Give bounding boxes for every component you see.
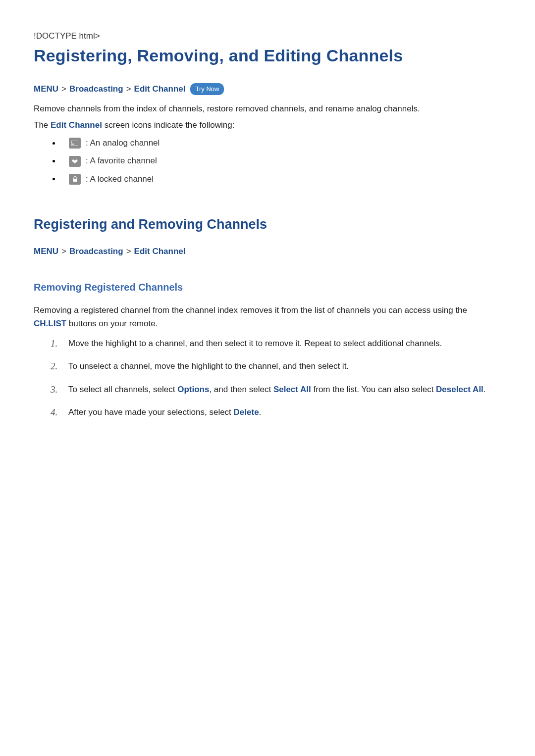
term-edit-channel: Edit Channel bbox=[51, 120, 102, 130]
text: Removing a registered channel from the c… bbox=[34, 305, 467, 315]
locked-channel-icon bbox=[69, 174, 81, 185]
term-options: Options bbox=[177, 385, 209, 394]
text: The bbox=[34, 120, 51, 130]
breadcrumb-menu: MENU bbox=[34, 245, 58, 258]
bullet-icon bbox=[53, 160, 55, 162]
intro-paragraph-2: The Edit Channel screen icons indicate t… bbox=[34, 119, 501, 132]
breadcrumb-edit-channel: Edit Channel bbox=[134, 245, 186, 258]
breadcrumb-broadcasting: Broadcasting bbox=[69, 83, 123, 96]
try-now-button[interactable]: Try Now bbox=[190, 83, 224, 95]
chevron-right-icon: > bbox=[61, 245, 66, 258]
step-item: Move the highlight to a channel, and the… bbox=[51, 337, 501, 350]
analog-channel-icon bbox=[69, 138, 81, 149]
breadcrumb-secondary: MENU > Broadcasting > Edit Channel bbox=[34, 245, 501, 258]
step-item: After you have made your selections, sel… bbox=[51, 406, 501, 419]
favorite-channel-icon bbox=[69, 156, 81, 167]
chevron-right-icon: > bbox=[126, 83, 131, 96]
term-chlist: CH.LIST bbox=[34, 319, 66, 328]
svg-rect-1 bbox=[72, 144, 74, 145]
term-select-all: Select All bbox=[273, 385, 311, 394]
list-item: : An analog channel bbox=[53, 137, 501, 150]
breadcrumb-menu: MENU bbox=[34, 83, 58, 96]
steps-list: Move the highlight to a channel, and the… bbox=[51, 337, 501, 419]
list-item: : A locked channel bbox=[53, 173, 501, 186]
breadcrumb-edit-channel: Edit Channel bbox=[134, 83, 186, 96]
text: After you have made your selections, sel… bbox=[68, 407, 234, 417]
intro-paragraph-1: Remove channels from the index of channe… bbox=[34, 102, 501, 115]
icon-label: : A locked channel bbox=[86, 173, 154, 186]
icon-label: : An analog channel bbox=[86, 137, 160, 150]
bullet-icon bbox=[53, 142, 55, 145]
step-item: To unselect a channel, move the highligh… bbox=[51, 360, 501, 373]
icon-label: : A favorite channel bbox=[86, 154, 157, 167]
subsection-heading-removing: Removing Registered Channels bbox=[34, 280, 501, 295]
icon-legend-list: : An analog channel : A favorite channel… bbox=[53, 137, 501, 186]
removing-paragraph: Removing a registered channel from the c… bbox=[34, 304, 501, 330]
svg-rect-2 bbox=[73, 179, 77, 182]
list-item: : A favorite channel bbox=[53, 154, 501, 167]
breadcrumb-broadcasting: Broadcasting bbox=[69, 245, 123, 258]
text: . bbox=[259, 407, 262, 417]
breadcrumb-primary: MENU > Broadcasting > Edit Channel Try N… bbox=[34, 83, 501, 96]
text: . bbox=[483, 385, 486, 394]
chevron-right-icon: > bbox=[126, 245, 131, 258]
bullet-icon bbox=[53, 178, 55, 180]
text: screen icons indicate the following: bbox=[102, 120, 234, 130]
text: from the list. You can also select bbox=[311, 385, 436, 394]
step-item: To select all channels, select Options, … bbox=[51, 383, 501, 396]
svg-rect-0 bbox=[71, 141, 78, 146]
text: buttons on your remote. bbox=[66, 319, 158, 328]
text: To select all channels, select bbox=[68, 385, 177, 394]
page-title: Registering, Removing, and Editing Chann… bbox=[34, 43, 501, 69]
term-deselect-all: Deselect All bbox=[436, 385, 483, 394]
chevron-right-icon: > bbox=[61, 83, 66, 96]
section-heading-registering: Registering and Removing Channels bbox=[34, 214, 501, 235]
term-delete: Delete bbox=[234, 407, 259, 417]
text: , and then select bbox=[209, 385, 273, 394]
